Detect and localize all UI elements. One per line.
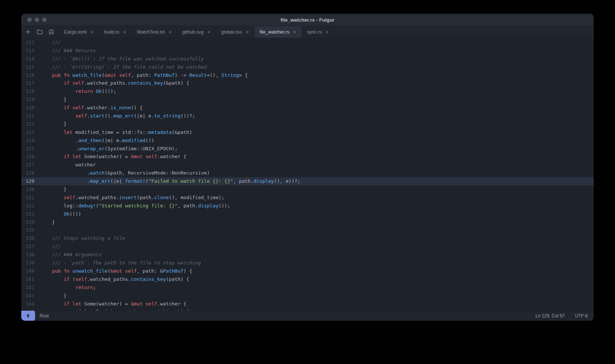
tab-global-css[interactable]: global.css× xyxy=(216,26,255,38)
status-encoding[interactable]: UTF-8 xyxy=(575,313,588,318)
code-text: /// - `Ok(())`: If the file was watched … xyxy=(34,55,204,63)
traffic-light-close[interactable] xyxy=(27,18,32,22)
code-line-130[interactable]: 130 } xyxy=(21,185,594,194)
code-line-134[interactable]: 134 } xyxy=(21,218,594,226)
status-accent-button[interactable] xyxy=(21,311,35,321)
code-line-142[interactable]: 142 return; xyxy=(21,283,594,292)
code-line-113[interactable]: 113 /// ### Returns xyxy=(21,47,594,55)
code-area[interactable]: 112 ///113 /// ### Returns114 /// - `Ok(… xyxy=(21,38,594,310)
tab-toolbar xyxy=(21,26,59,38)
code-line-136[interactable]: 136 /// Stops watching a file xyxy=(21,234,594,242)
code-text: if self.watched_paths.contains_key(&path… xyxy=(34,79,189,87)
code-text: } xyxy=(34,185,66,194)
code-line-131[interactable]: 131 self.watched_paths.insert(path.clone… xyxy=(21,194,594,202)
line-number: 129 xyxy=(21,177,34,185)
code-line-125[interactable]: 125 .unwrap_or(SystemTime::UNIX_EPOCH); xyxy=(21,145,594,153)
code-line-135[interactable]: 135 xyxy=(21,226,594,234)
line-number: 131 xyxy=(21,194,34,202)
code-text: if let Some(watcher) = &mut self.watcher… xyxy=(34,300,186,308)
line-number: 145 xyxy=(21,308,34,310)
code-line-133[interactable]: 133 Ok(()) xyxy=(21,210,594,218)
tab-sync-rs[interactable]: sync.rs× xyxy=(302,26,334,38)
code-text: .unwrap_or(SystemTime::UNIX_EPOCH); xyxy=(34,145,178,153)
tab-close-icon[interactable]: × xyxy=(293,29,296,35)
code-text: if !self.watched_paths.contains_key(path… xyxy=(34,275,189,283)
line-number: 133 xyxy=(21,210,34,218)
line-number: 141 xyxy=(21,275,34,283)
line-number: 143 xyxy=(21,292,34,300)
floppy-icon xyxy=(49,29,54,34)
tab-cargo-toml[interactable]: Cargo.toml× xyxy=(59,26,99,38)
code-line-128[interactable]: 128 .watch(&path, RecursiveMode::NonRecu… xyxy=(21,169,594,177)
code-line-121[interactable]: 121 self.start().map_err(|e| e.to_string… xyxy=(21,112,594,120)
code-line-112[interactable]: 112 /// xyxy=(21,38,594,47)
tab-file-watcher-rs[interactable]: file_watcher.rs× xyxy=(255,26,302,38)
code-text: return; xyxy=(34,283,96,292)
line-number: 120 xyxy=(21,104,34,112)
code-line-122[interactable]: 122 } xyxy=(21,120,594,128)
code-line-139[interactable]: 139 /// - `path`: The path to the file t… xyxy=(21,259,594,267)
code-line-141[interactable]: 141 if !self.watched_paths.contains_key(… xyxy=(21,275,594,283)
tab-label: Cargo.toml xyxy=(64,29,87,35)
line-number: 127 xyxy=(21,161,34,169)
code-line-129[interactable]: 129 .map_err(|e| format!("Failed to watc… xyxy=(21,177,594,185)
code-text: return Ok(()); xyxy=(34,87,116,95)
status-language[interactable]: Rust xyxy=(40,313,49,318)
line-number: 135 xyxy=(21,226,34,234)
code-text: /// - `Err(String)`: If the file could n… xyxy=(34,63,207,71)
code-line-143[interactable]: 143 } xyxy=(21,292,594,300)
code-line-118[interactable]: 118 return Ok(()); xyxy=(21,87,594,95)
code-line-117[interactable]: 117 if self.watched_paths.contains_key(&… xyxy=(21,79,594,87)
tab-github-svg[interactable]: github.svg× xyxy=(177,26,216,38)
line-number: 123 xyxy=(21,128,34,136)
line-number: 116 xyxy=(21,71,34,79)
line-number: 137 xyxy=(21,242,34,251)
code-line-132[interactable]: 132 log::debug!("Started watching file: … xyxy=(21,202,594,210)
code-line-120[interactable]: 120 if self.watcher.is_none() { xyxy=(21,104,594,112)
code-text: /// xyxy=(34,242,61,251)
tab-close-icon[interactable]: × xyxy=(90,29,93,35)
code-line-115[interactable]: 115 /// - `Err(String)`: If the file cou… xyxy=(21,63,594,71)
line-number: 134 xyxy=(21,218,34,226)
line-number: 140 xyxy=(21,267,34,275)
code-line-114[interactable]: 114 /// - `Ok(())`: If the file was watc… xyxy=(21,55,594,63)
line-number: 118 xyxy=(21,87,34,95)
line-number: 130 xyxy=(21,185,34,194)
status-cursor-position[interactable]: Ln 129, Col 57 xyxy=(536,313,565,318)
tab-close-icon[interactable]: × xyxy=(325,29,328,35)
code-line-138[interactable]: 138 /// ### Arguments xyxy=(21,251,594,259)
code-text: pub fn unwatch_file(&mut self, path: &Pa… xyxy=(34,267,192,275)
line-number: 124 xyxy=(21,136,34,145)
new-file-button[interactable] xyxy=(22,26,34,38)
open-folder-button[interactable] xyxy=(34,26,46,38)
code-line-127[interactable]: 127 watcher xyxy=(21,161,594,169)
tab-close-icon[interactable]: × xyxy=(168,29,171,35)
code-line-144[interactable]: 144 if let Some(watcher) = &mut self.wat… xyxy=(21,300,594,308)
line-number: 142 xyxy=(21,283,34,292)
code-line-145[interactable]: 145 if let Err(e) = watcher.unwatch(path… xyxy=(21,308,594,310)
code-line-124[interactable]: 124 .and_then(|m| m.modified()) xyxy=(21,136,594,145)
save-file-button[interactable] xyxy=(46,26,57,38)
line-number: 136 xyxy=(21,234,34,242)
code-text: } xyxy=(34,292,66,300)
code-text: /// - `path`: The path to the file to st… xyxy=(34,259,201,267)
tab-close-icon[interactable]: × xyxy=(123,29,126,35)
tab-close-icon[interactable]: × xyxy=(207,29,210,35)
tab-watchtest-txt[interactable]: WatchTest.txt× xyxy=(132,26,177,38)
line-number: 139 xyxy=(21,259,34,267)
code-line-137[interactable]: 137 /// xyxy=(21,242,594,251)
traffic-light-zoom[interactable] xyxy=(42,18,47,22)
code-line-123[interactable]: 123 let modified_time = std::fs::metadat… xyxy=(21,128,594,136)
tab-close-icon[interactable]: × xyxy=(246,29,249,35)
code-line-116[interactable]: 116 pub fn watch_file(&mut self, path: P… xyxy=(21,71,594,79)
code-line-119[interactable]: 119 } xyxy=(21,95,594,104)
code-line-126[interactable]: 126 if let Some(watcher) = &mut self.wat… xyxy=(21,153,594,161)
plus-icon xyxy=(26,29,31,34)
tab-build-rs[interactable]: build.rs× xyxy=(99,26,131,38)
code-text: pub fn watch_file(&mut self, path: PathB… xyxy=(34,71,248,79)
code-line-140[interactable]: 140 pub fn unwatch_file(&mut self, path:… xyxy=(21,267,594,275)
editor-window: file_watcher.rs - Fulgur Cargo.toml×buil… xyxy=(21,14,594,321)
tab-label: global.css xyxy=(221,29,242,35)
traffic-light-minimize[interactable] xyxy=(35,18,39,22)
code-text: .map_err(|e| format!("Failed to watch fi… xyxy=(34,177,300,185)
